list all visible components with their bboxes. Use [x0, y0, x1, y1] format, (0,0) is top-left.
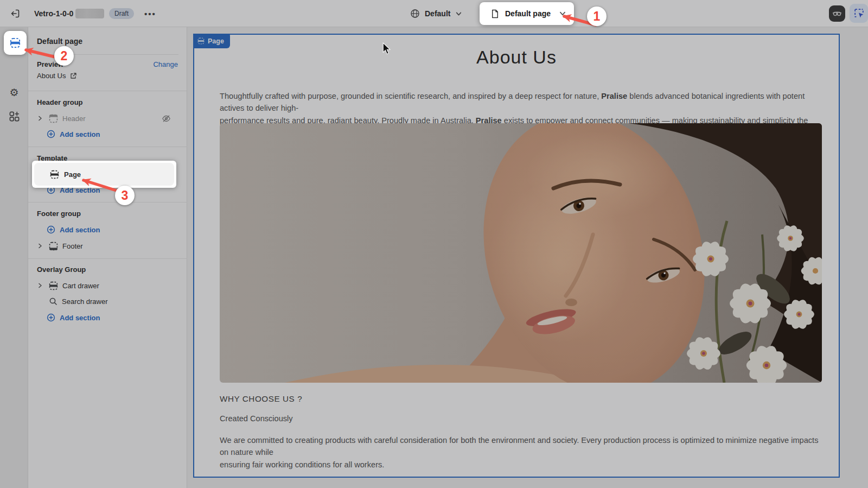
section-header-icon [49, 114, 58, 123]
section-row-label: Footer [62, 242, 83, 250]
chevron-right-icon[interactable] [37, 282, 44, 289]
locale-label: Default [425, 9, 450, 18]
top-bar: Vetro-1-0-0 Draft ••• Default Default pa… [0, 0, 868, 27]
plus-circle-icon [47, 225, 55, 234]
sidebar-tab-apps[interactable] [0, 111, 28, 122]
status-badge: Draft [109, 8, 134, 19]
section-row-search-drawer[interactable]: Search drawer [28, 294, 187, 308]
sidebar-tab-theme-settings[interactable]: ⚙ [0, 87, 28, 98]
section-row-footer[interactable]: Footer [28, 239, 187, 253]
section-row-cart-drawer[interactable]: Cart drawer [28, 278, 187, 293]
section-tag: Page [193, 34, 230, 48]
locale-selector[interactable]: Default [410, 5, 462, 22]
group-title-overlay: Overlay Group [37, 265, 86, 274]
preview-page-row[interactable]: About Us [37, 72, 77, 80]
sections-icon [10, 37, 21, 48]
group-title-footer: Footer group [37, 210, 81, 218]
sections-panel: Default page Preview Change About Us Hea… [28, 27, 187, 488]
mouse-cursor [382, 42, 391, 55]
chevron-down-icon [559, 10, 566, 17]
selected-page-section-frame[interactable]: Page About Us Thoughtfully crafted with … [193, 34, 840, 478]
redacted-text-pill [75, 9, 104, 18]
sidebar-tab-sections[interactable] [4, 31, 27, 55]
theme-name: Vetro-1-0-0 [34, 9, 73, 18]
template-page-highlight: Page [32, 161, 176, 188]
step-badge-2: 2 [54, 46, 74, 66]
exit-icon[interactable] [10, 8, 21, 19]
change-link[interactable]: Change [153, 60, 178, 68]
preview-page-name: About Us [37, 72, 66, 80]
inspect-select-tool-button[interactable] [850, 4, 868, 23]
add-section-button-header[interactable]: Add section [47, 128, 100, 141]
page-title[interactable]: About Us [194, 47, 839, 68]
gear-icon: ⚙ [9, 87, 18, 98]
section-row-label: Search drawer [62, 297, 108, 306]
sections-icon [197, 37, 205, 45]
chevron-right-icon[interactable] [37, 115, 44, 122]
section-row-page[interactable]: Page [34, 163, 174, 186]
page-body-paragraph[interactable]: We are committed to creating products wi… [220, 434, 823, 471]
eye-slash-icon[interactable] [162, 114, 171, 123]
page-selector-button[interactable]: Default page [480, 2, 574, 25]
selection-cursor-icon [853, 8, 865, 19]
add-section-button-footer[interactable]: Add section [47, 223, 100, 236]
section-row-label: Header [62, 115, 86, 123]
add-section-button-overlay[interactable]: Add section [47, 311, 100, 324]
page-file-icon [490, 9, 500, 18]
group-title-header: Header group [37, 98, 83, 106]
page-selector-label: Default page [505, 9, 553, 18]
activity-bar: ⚙ [0, 27, 28, 488]
section-row-label: Cart drawer [62, 282, 99, 290]
section-tag-label: Page [208, 37, 224, 45]
preview-mode-button[interactable] [829, 5, 845, 22]
search-icon [49, 297, 58, 306]
preview-canvas: Page About Us Thoughtfully crafted with … [187, 27, 868, 488]
chevron-right-icon[interactable] [37, 243, 44, 249]
external-link-icon [69, 72, 77, 80]
section-page-icon [50, 170, 59, 179]
plus-circle-icon [47, 130, 55, 138]
section-row-header[interactable]: Header [28, 111, 187, 125]
hero-image[interactable] [220, 123, 822, 383]
more-menu-button[interactable]: ••• [143, 8, 158, 20]
chevron-down-icon [455, 10, 462, 17]
section-row-label: Page [64, 170, 81, 179]
globe-icon [410, 9, 420, 18]
brand-name: Pralise [601, 92, 627, 100]
step-badge-1: 1 [587, 7, 607, 26]
goggles-icon [832, 8, 843, 19]
tagline[interactable]: Created Consciously [220, 414, 293, 423]
plus-circle-icon [47, 313, 55, 322]
panel-title: Default page [37, 37, 82, 46]
why-choose-us-heading[interactable]: WHY CHOOSE US ? [220, 394, 302, 403]
apps-icon [9, 111, 20, 122]
step-badge-3: 3 [115, 186, 135, 205]
section-footer-icon [49, 242, 58, 251]
section-cart-icon [49, 281, 58, 290]
